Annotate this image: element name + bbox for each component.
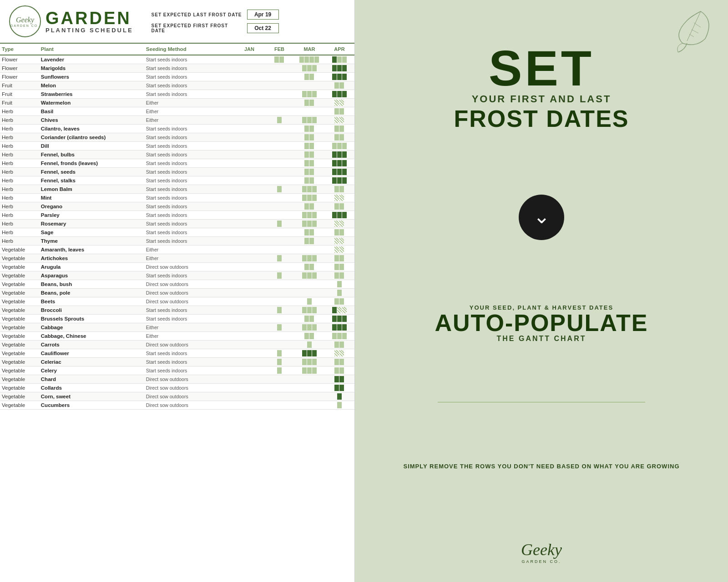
gantt-cell [324,323,354,332]
gantt-cell [324,81,354,90]
gantt-cell [324,159,354,168]
header: Geeky GARDEN CO. GARDEN PLANTING SCHEDUL… [0,0,354,44]
table-row: HerbSageStart seeds indoors [0,228,354,237]
table-row: VegetableCarrotsDirect sow outdoors [0,341,354,349]
title-garden: GARDEN [46,10,133,27]
gantt-cell [324,220,354,228]
cell-type: Herb [0,107,39,116]
cell-plant: Artichokes [39,254,144,263]
cell-type: Herb [0,142,39,151]
frost-last-value[interactable]: Apr 19 [247,10,279,20]
gantt-cell [324,228,354,237]
gantt-cell [324,375,354,384]
cell-type: Vegetable [0,315,39,323]
gantt-cell [294,315,324,323]
cell-method: Direct sow outdoors [144,280,234,289]
cell-plant: Sunflowers [39,73,144,81]
gantt-cell [294,211,324,220]
cell-method: Start seeds indoors [144,151,234,159]
frost-first-label: SET EXPECTED FIRST FROST DATE [152,23,243,33]
gantt-cell [264,341,294,349]
table-row: VegetableAsparagusStart seeds indoors [0,271,354,280]
gantt-cell [234,107,264,116]
cell-method: Direct sow outdoors [144,384,234,392]
right-panel: SET YOUR FIRST AND LAST FROST DATES ⌄ YO… [355,0,728,582]
gantt-cell [234,315,264,323]
gantt-cell [324,125,354,133]
gantt-cell [264,332,294,341]
gantt-cell [234,211,264,220]
gantt-cell [264,228,294,237]
frost-headline: SET YOUR FIRST AND LAST FROST DATES [454,45,629,130]
cell-method: Either [144,332,234,341]
cell-type: Vegetable [0,384,39,392]
gantt-cell [294,142,324,151]
frost-first-value[interactable]: Oct 22 [247,23,279,33]
cell-method: Start seeds indoors [144,185,234,194]
gantt-cell [234,306,264,315]
cell-plant: Fennel, fronds (leaves) [39,159,144,168]
cell-method: Start seeds indoors [144,366,234,375]
cell-plant: Coriander (cilantro seeds) [39,133,144,142]
cell-plant: Sage [39,228,144,237]
table-row: FruitStrawberriesStart seeds indoors [0,90,354,99]
leaf-decoration [664,7,719,54]
gantt-cell [294,185,324,194]
planting-table: Type Plant Seeding Method JAN FEB MAR AP… [0,44,354,410]
left-panel: Geeky GARDEN CO. GARDEN PLANTING SCHEDUL… [0,0,355,582]
logo-circle: Geeky GARDEN CO. [9,5,41,37]
gantt-cell [264,151,294,159]
chevron-button[interactable]: ⌄ [519,195,564,240]
table-container: Type Plant Seeding Method JAN FEB MAR AP… [0,44,354,582]
cell-method: Direct sow outdoors [144,297,234,306]
gantt-cell [294,297,324,306]
cell-plant: Beets [39,297,144,306]
gantt-cell [264,211,294,220]
cell-plant: Amaranth, leaves [39,246,144,254]
table-row: VegetableBroccoliStart seeds indoors [0,306,354,315]
table-row: VegetableArtichokesEither [0,254,354,263]
gantt-cell [294,133,324,142]
cell-plant: Cucumbers [39,401,144,410]
gantt-cell [264,254,294,263]
gantt-cell [264,349,294,358]
gantt-cell [324,202,354,211]
cell-method: Start seeds indoors [144,315,234,323]
cell-plant: Cilantro, leaves [39,125,144,133]
gantt-cell [324,211,354,220]
table-row: HerbDillStart seeds indoors [0,142,354,151]
gantt-cell [294,289,324,297]
gantt-cell [294,73,324,81]
frost-last-row: SET EXPECTED LAST FROST DATE Apr 19 [152,10,279,20]
cell-plant: Arugula [39,263,144,271]
gantt-cell [324,254,354,263]
gantt-cell [234,375,264,384]
table-row: FlowerMarigoldsStart seeds indoors [0,64,354,73]
table-row: HerbThymeStart seeds indoors [0,237,354,246]
gantt-cell [324,116,354,125]
gantt-cell [294,90,324,99]
cell-type: Herb [0,220,39,228]
gantt-cell [324,401,354,410]
table-row: HerbFennel, stalksStart seeds indoors [0,176,354,185]
cell-plant: Chives [39,116,144,125]
table-row: VegetableBeans, bushDirect sow outdoors [0,280,354,289]
col-feb: FEB [264,44,294,55]
cell-type: Vegetable [0,366,39,375]
cell-plant: Cabbage [39,323,144,332]
gantt-cell [294,116,324,125]
gantt-cell [294,125,324,133]
gantt-cell [234,228,264,237]
cell-type: Vegetable [0,297,39,306]
cell-plant: Watermelon [39,99,144,107]
gantt-cell [264,64,294,73]
gantt-cell [264,142,294,151]
cell-type: Vegetable [0,289,39,297]
gantt-cell [264,375,294,384]
gantt-cell [264,81,294,90]
gantt-cell [234,297,264,306]
cell-type: Fruit [0,99,39,107]
col-plant: Plant [39,44,144,55]
gantt-cell [234,185,264,194]
table-row: HerbBasilEither [0,107,354,116]
